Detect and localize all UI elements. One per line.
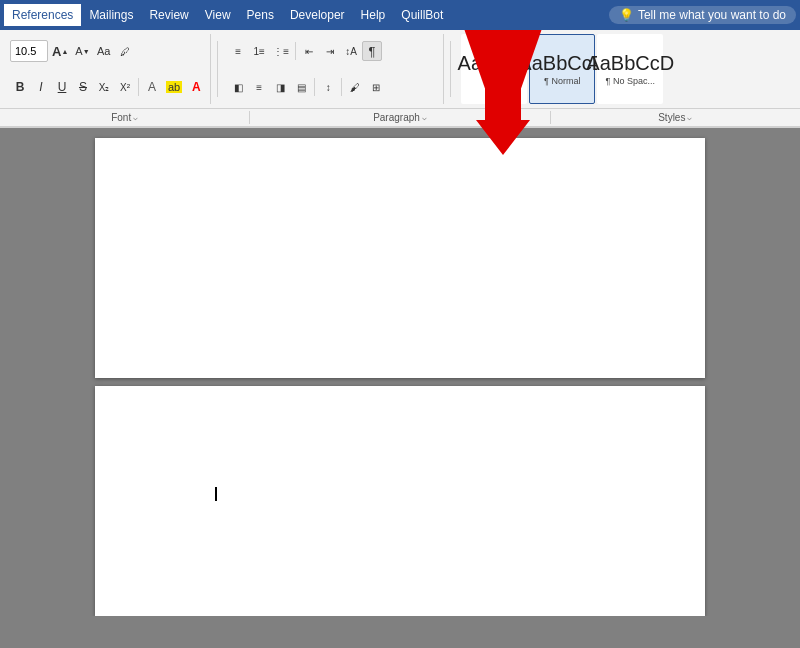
borders-icon: ⊞	[372, 82, 380, 93]
menu-bar: References Mailings Review View Pens Dev…	[0, 0, 800, 30]
grow-icon: A	[52, 44, 61, 59]
clear-icon: 🖊	[120, 46, 130, 57]
align-center-btn[interactable]: ≡	[249, 77, 269, 97]
font-color-btn[interactable]: A	[186, 77, 206, 97]
group-divider-2	[450, 41, 451, 97]
menu-mailings[interactable]: Mailings	[81, 4, 141, 26]
bold-icon: B	[16, 80, 25, 94]
font-group-label: Font ⌵	[0, 111, 250, 124]
font-color-icon: A	[192, 80, 201, 94]
text-effect-icon: A	[148, 80, 156, 94]
menu-review[interactable]: Review	[141, 4, 196, 26]
paragraph-group: ≡ 1≡ ⋮≡ ⇤ ⇥ ↕A ¶ ◧ ≡ ◨ ▤ ↕ 🖌 ⊞	[224, 34, 444, 104]
align-left-btn[interactable]: ◧	[228, 77, 248, 97]
line-spacing-btn[interactable]: ↕	[318, 77, 338, 97]
multilevel-list-btn[interactable]: ⋮≡	[270, 41, 292, 61]
italic-icon: I	[39, 80, 42, 94]
align-right-icon: ◨	[276, 82, 285, 93]
italic-btn[interactable]: I	[31, 77, 51, 97]
justify-btn[interactable]: ▤	[291, 77, 311, 97]
font-expand-icon[interactable]: ⌵	[133, 113, 138, 122]
sup-icon: X²	[120, 82, 130, 93]
shading-btn[interactable]: 🖌	[345, 77, 365, 97]
menu-help[interactable]: Help	[353, 4, 394, 26]
page-1-content[interactable]	[95, 138, 705, 368]
sort-btn[interactable]: ↕A	[341, 41, 361, 61]
ribbon-labels: Font ⌵ Paragraph ⌵ Styles ⌵	[0, 108, 800, 126]
bullets-icon: ≡	[235, 46, 241, 57]
style-normal[interactable]: AaBbCcD ¶ Normal	[529, 34, 595, 104]
style-gt-label: ¶ gt	[487, 76, 502, 86]
numbering-btn[interactable]: 1≡	[249, 41, 269, 61]
ribbon: 10.5 A▲ A▼ Aa 🖊 B I U S X₂ X² A ab A	[0, 30, 800, 128]
justify-icon: ▤	[297, 82, 306, 93]
tell-me-label: Tell me what you want to do	[638, 8, 786, 22]
divider2	[295, 42, 296, 60]
subscript-btn[interactable]: X₂	[94, 77, 114, 97]
align-left-icon: ◧	[234, 82, 243, 93]
strikethrough-btn[interactable]: S	[73, 77, 93, 97]
document-area	[0, 128, 800, 616]
superscript-btn[interactable]: X²	[115, 77, 135, 97]
sort-icon: ↕A	[345, 46, 357, 57]
menu-quillbot[interactable]: QuillBot	[393, 4, 451, 26]
align-center-icon: ≡	[256, 82, 262, 93]
style-normal-label: ¶ Normal	[544, 76, 580, 86]
borders-btn[interactable]: ⊞	[366, 77, 386, 97]
bullets-btn[interactable]: ≡	[228, 41, 248, 61]
styles-group-label: Styles ⌵	[551, 111, 800, 124]
text-effect-btn[interactable]: A	[142, 77, 162, 97]
lightbulb-icon: 💡	[619, 8, 634, 22]
style-nospace-preview: AaBbCcD	[586, 52, 674, 75]
highlight-btn[interactable]: ab	[163, 77, 185, 97]
styles-expand-icon[interactable]: ⌵	[687, 113, 692, 122]
paragraph-expand-icon[interactable]: ⌵	[422, 113, 427, 122]
page-1	[95, 138, 705, 378]
case-icon: Aa	[97, 45, 110, 57]
multilevel-icon: ⋮≡	[273, 46, 289, 57]
shrink-icon: A	[75, 45, 82, 57]
underline-icon: U	[58, 80, 67, 94]
divider3	[314, 78, 315, 96]
increase-indent-icon: ⇥	[326, 46, 334, 57]
pilcrow-icon: ¶	[369, 44, 376, 59]
style-nospace[interactable]: AaBbCcD ¶ No Spac...	[597, 34, 663, 104]
menu-developer[interactable]: Developer	[282, 4, 353, 26]
tell-me-bar[interactable]: 💡 Tell me what you want to do	[609, 6, 796, 24]
align-right-btn[interactable]: ◨	[270, 77, 290, 97]
divider4	[341, 78, 342, 96]
paragraph-group-label: Paragraph ⌵	[250, 111, 550, 124]
underline-btn[interactable]: U	[52, 77, 72, 97]
grow-font-btn[interactable]: A▲	[49, 41, 71, 61]
bold-btn[interactable]: B	[10, 77, 30, 97]
line-spacing-icon: ↕	[326, 82, 331, 93]
menu-view[interactable]: View	[197, 4, 239, 26]
page-2-content[interactable]	[95, 386, 705, 616]
cursor	[215, 487, 217, 501]
shading-icon: 🖌	[350, 82, 360, 93]
page-2	[95, 386, 705, 616]
shrink-font-btn[interactable]: A▼	[72, 41, 92, 61]
font-size-input[interactable]: 10.5	[10, 40, 48, 62]
menu-references[interactable]: References	[4, 4, 81, 26]
highlight-icon: ab	[166, 81, 182, 93]
increase-indent-btn[interactable]: ⇥	[320, 41, 340, 61]
sub-icon: X₂	[99, 82, 110, 93]
divider	[138, 78, 139, 96]
font-group: 10.5 A▲ A▼ Aa 🖊 B I U S X₂ X² A ab A	[6, 34, 211, 104]
change-case-btn[interactable]: Aa	[94, 41, 114, 61]
clear-formatting-btn[interactable]: 🖊	[115, 41, 135, 61]
numbering-icon: 1≡	[254, 46, 265, 57]
decrease-indent-btn[interactable]: ⇤	[299, 41, 319, 61]
style-nospace-label: ¶ No Spac...	[606, 76, 655, 86]
strike-icon: S	[79, 80, 87, 94]
menu-pens[interactable]: Pens	[239, 4, 282, 26]
style-gt[interactable]: AaBbCc ¶ gt	[461, 34, 527, 104]
group-divider-1	[217, 41, 218, 97]
styles-group: AaBbCc ¶ gt AaBbCcD ¶ Normal AaBbCcD ¶ N…	[457, 34, 794, 104]
decrease-indent-icon: ⇤	[305, 46, 313, 57]
show-para-btn[interactable]: ¶	[362, 41, 382, 61]
